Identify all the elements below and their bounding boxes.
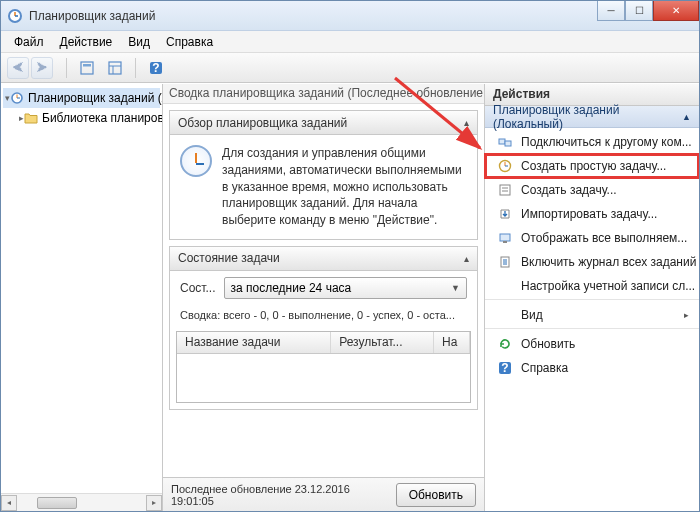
action-label: Включить журнал всех заданий <box>521 255 696 269</box>
connect-icon <box>497 134 513 150</box>
action-label: Справка <box>521 361 568 375</box>
action-list: Подключиться к другому ком...Создать про… <box>485 128 699 511</box>
overview-panel: Обзор планировщика заданий ▴ Для создани… <box>169 110 478 240</box>
tree-library[interactable]: ▸ Библиотека планировщ <box>3 108 160 128</box>
tree-library-label: Библиотека планировщ <box>42 111 162 125</box>
scrollbar-thumb[interactable] <box>37 497 77 509</box>
content-pane: Сводка планировщика заданий (Последнее о… <box>163 84 484 511</box>
chevron-up-icon: ▲ <box>682 112 691 122</box>
action-label: Обновить <box>521 337 575 351</box>
actions-pane: Действия Планировщик заданий (Локальный)… <box>484 84 699 511</box>
display-icon <box>497 230 513 246</box>
actions-context[interactable]: Планировщик заданий (Локальный) ▲ <box>485 106 699 128</box>
table-header: Название задачи Результат... На <box>177 332 470 354</box>
toolbar-view-button[interactable] <box>104 57 126 79</box>
wizard-icon <box>497 158 513 174</box>
window-title: Планировщик заданий <box>29 9 693 23</box>
action-import[interactable]: Импортировать задачу... <box>485 202 699 226</box>
window-buttons: ─ ☐ ✕ <box>597 1 699 21</box>
maximize-button[interactable]: ☐ <box>625 1 653 21</box>
client-area: ▾ Планировщик заданий (Ло ▸ Библиотека п… <box>1 83 699 511</box>
svg-rect-4 <box>83 64 91 67</box>
minimize-button[interactable]: ─ <box>597 1 625 21</box>
new-task-icon <box>497 182 513 198</box>
tree-root-label: Планировщик заданий (Ло <box>28 91 162 105</box>
tree-pane: ▾ Планировщик заданий (Ло ▸ Библиотека п… <box>1 84 163 511</box>
nav-forward-button[interactable]: ⮞ <box>31 57 53 79</box>
log-icon <box>497 254 513 270</box>
action-label: Отображать все выполняем... <box>521 231 687 245</box>
toolbar: ⮜ ⮞ ? <box>1 53 699 83</box>
status-title: Состояние задачи <box>178 251 280 265</box>
col-result[interactable]: Результат... <box>331 332 434 353</box>
overview-text: Для создания и управления общими задания… <box>222 145 467 229</box>
action-new-task[interactable]: Создать задачу... <box>485 178 699 202</box>
close-button[interactable]: ✕ <box>653 1 699 21</box>
collapse-icon[interactable]: ▴ <box>464 253 469 264</box>
toolbar-help-button[interactable]: ? <box>145 57 167 79</box>
status-summary: Сводка: всего - 0, 0 - выполнение, 0 - у… <box>170 305 477 331</box>
status-panel: Состояние задачи ▴ Сост... за последние … <box>169 246 478 410</box>
refresh-icon <box>497 336 513 352</box>
menubar: Файл Действие Вид Справка <box>1 31 699 53</box>
account-icon <box>497 278 513 294</box>
app-window: Планировщик заданий ─ ☐ ✕ Файл Действие … <box>0 0 700 512</box>
menu-help[interactable]: Справка <box>159 33 220 51</box>
action-view[interactable]: Вид▸ <box>485 303 699 329</box>
svg-rect-18 <box>500 185 510 195</box>
action-label: Создать задачу... <box>521 183 617 197</box>
svg-rect-22 <box>503 241 507 243</box>
status-period-combo[interactable]: за последние 24 часа ▼ <box>224 277 467 299</box>
clock-icon <box>180 145 212 177</box>
titlebar: Планировщик заданий ─ ☐ ✕ <box>1 1 699 31</box>
app-icon <box>7 8 23 24</box>
view-icon <box>497 307 513 323</box>
svg-text:?: ? <box>501 361 508 375</box>
status-label: Сост... <box>180 281 216 295</box>
col-name[interactable]: Название задачи <box>177 332 331 353</box>
scheduler-icon <box>10 90 24 106</box>
tree-hscrollbar[interactable]: ◂ ▸ <box>1 493 162 511</box>
action-display[interactable]: Отображать все выполняем... <box>485 226 699 250</box>
content-footer: Последнее обновление 23.12.2016 19:01:05… <box>163 477 484 511</box>
overview-header[interactable]: Обзор планировщика заданий ▴ <box>170 111 477 135</box>
action-account[interactable]: Настройка учетной записи сл... <box>485 274 699 300</box>
col-na[interactable]: На <box>434 332 470 353</box>
action-label: Импортировать задачу... <box>521 207 657 221</box>
action-refresh[interactable]: Обновить <box>485 332 699 356</box>
svg-rect-3 <box>81 62 93 74</box>
tree-root[interactable]: ▾ Планировщик заданий (Ло <box>3 88 160 108</box>
action-wizard[interactable]: Создать простую задачу... <box>485 154 699 178</box>
collapse-icon[interactable]: ▴ <box>464 117 469 128</box>
actions-context-label: Планировщик заданий (Локальный) <box>493 103 682 131</box>
task-table: Название задачи Результат... На <box>176 331 471 403</box>
status-header[interactable]: Состояние задачи ▴ <box>170 247 477 271</box>
folder-icon <box>24 110 38 126</box>
toolbar-scope-button[interactable] <box>76 57 98 79</box>
svg-rect-21 <box>500 234 510 241</box>
chevron-right-icon: ▸ <box>684 310 689 320</box>
action-label: Настройка учетной записи сл... <box>521 279 695 293</box>
menu-action[interactable]: Действие <box>53 33 120 51</box>
refresh-button[interactable]: Обновить <box>396 483 476 507</box>
content-header: Сводка планировщика заданий (Последнее о… <box>163 84 484 104</box>
nav-back-button[interactable]: ⮜ <box>7 57 29 79</box>
svg-rect-13 <box>499 139 505 144</box>
svg-rect-5 <box>109 62 121 74</box>
combo-value: за последние 24 часа <box>231 281 352 295</box>
action-label: Вид <box>521 308 543 322</box>
action-log[interactable]: Включить журнал всех заданий <box>485 250 699 274</box>
action-label: Создать простую задачу... <box>521 159 666 173</box>
action-label: Подключиться к другому ком... <box>521 135 692 149</box>
tree: ▾ Планировщик заданий (Ло ▸ Библиотека п… <box>1 84 162 493</box>
import-icon <box>497 206 513 222</box>
svg-rect-14 <box>505 141 511 146</box>
menu-file[interactable]: Файл <box>7 33 51 51</box>
last-refresh-label: Последнее обновление 23.12.2016 19:01:05 <box>171 483 388 507</box>
overview-title: Обзор планировщика заданий <box>178 116 347 130</box>
menu-view[interactable]: Вид <box>121 33 157 51</box>
action-help[interactable]: ?Справка <box>485 356 699 380</box>
chevron-down-icon: ▼ <box>451 283 460 293</box>
action-connect[interactable]: Подключиться к другому ком... <box>485 130 699 154</box>
help-icon: ? <box>497 360 513 376</box>
